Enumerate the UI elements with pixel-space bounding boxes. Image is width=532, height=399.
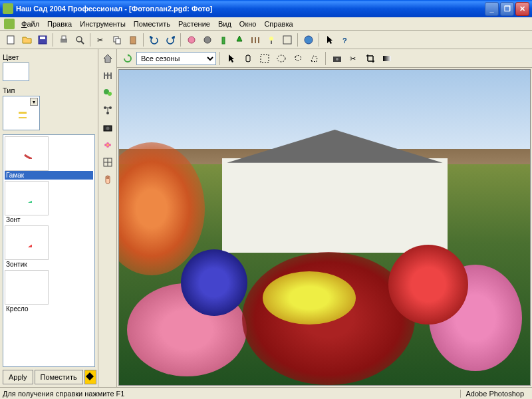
polygon-icon	[309, 53, 320, 64]
item-label: Зонт	[5, 215, 93, 224]
cut-tool[interactable]: ✂	[346, 51, 361, 66]
connections-icon	[102, 105, 113, 116]
fence-tool[interactable]	[100, 68, 116, 84]
copy-button[interactable]	[109, 32, 124, 47]
gradient-tool[interactable]	[379, 51, 394, 66]
season-dropdown[interactable]: Все сезоны	[136, 52, 216, 65]
svg-rect-10	[130, 37, 136, 44]
tool-button-2[interactable]	[200, 32, 215, 47]
tree-tool[interactable]	[100, 85, 116, 101]
select-tool[interactable]	[223, 51, 239, 66]
print-button[interactable]	[56, 32, 71, 47]
apply-button[interactable]: Apply	[3, 370, 33, 384]
svg-rect-64	[383, 56, 391, 61]
lasso-tool[interactable]	[290, 51, 305, 66]
polygon-tool[interactable]	[307, 51, 322, 66]
svg-point-11	[188, 37, 195, 43]
svg-rect-9	[116, 39, 120, 44]
marquee-tool[interactable]	[257, 51, 272, 66]
separator	[219, 52, 220, 65]
list-item[interactable]: Зонтик	[5, 225, 93, 269]
separator	[143, 33, 144, 47]
menu-file-label: айл	[27, 20, 39, 28]
chevron-down-icon[interactable]: ▾	[30, 98, 38, 106]
help-icon: ?	[340, 35, 351, 45]
item-label: Зонтик	[5, 260, 93, 269]
redo-icon	[165, 35, 176, 45]
pattern-tool[interactable]	[100, 154, 116, 170]
pointer-button[interactable]	[322, 32, 337, 47]
disk-icon	[37, 35, 48, 45]
svg-point-12	[204, 37, 211, 43]
color-swatch[interactable]	[3, 63, 29, 81]
crop-icon	[365, 53, 376, 64]
svg-text:✂: ✂	[97, 36, 103, 44]
open-button[interactable]	[19, 32, 34, 47]
object-list[interactable]: Гамак Зонт Зонтик Кресло	[3, 134, 95, 367]
maximize-button[interactable]: ❐	[500, 2, 514, 16]
diamond-icon	[85, 372, 96, 382]
scissors-icon: ✂	[96, 35, 106, 45]
hand-icon	[102, 174, 113, 185]
gear-icon	[202, 35, 213, 45]
list-item[interactable]: Гамак	[5, 136, 93, 180]
path-tool[interactable]	[100, 102, 116, 118]
list-item[interactable]: Кресло	[5, 270, 93, 313]
main-toolbar: ✂ ?	[0, 31, 532, 49]
item-thumb-chair	[5, 270, 49, 305]
menu-place[interactable]: Поместить	[130, 19, 174, 29]
minimize-button[interactable]: _	[485, 2, 499, 16]
tool-button-1[interactable]	[184, 32, 199, 47]
undo-icon	[149, 35, 160, 45]
printer-icon	[59, 35, 69, 45]
list-item[interactable]: Зонт	[5, 181, 93, 224]
close-button[interactable]: ✕	[515, 2, 529, 16]
camera-tool[interactable]	[100, 120, 116, 136]
tool-button-5[interactable]	[247, 32, 263, 47]
pan-tool[interactable]	[240, 51, 255, 66]
tool-button-7[interactable]	[279, 32, 295, 47]
menu-edit[interactable]: Правка	[43, 19, 76, 29]
house-tool[interactable]	[100, 51, 116, 66]
menu-help[interactable]: Справка	[260, 19, 297, 29]
fence-icon	[250, 35, 261, 45]
window-titlebar: Наш Сад 2004 Профессионал - [Фотоплан2.p…	[0, 0, 532, 17]
svg-point-17	[269, 37, 273, 41]
menu-view[interactable]: Вид	[214, 19, 235, 29]
main-area: Цвет Тип ▾ Гамак Зонт Зонтик Кресло	[0, 49, 532, 387]
paste-button[interactable]	[125, 32, 140, 47]
undo-button[interactable]	[146, 32, 162, 47]
cut-button[interactable]: ✂	[93, 32, 108, 47]
preview-button[interactable]	[72, 32, 87, 47]
camera-icon	[332, 53, 342, 64]
camera-view[interactable]	[329, 51, 344, 66]
bench-icon	[16, 108, 27, 118]
menu-file[interactable]: Файл	[17, 19, 43, 29]
menu-window[interactable]: Окно	[235, 19, 261, 29]
new-button[interactable]	[3, 32, 18, 47]
photo-canvas[interactable]	[118, 69, 531, 386]
save-button[interactable]	[35, 32, 50, 47]
pointer-icon	[325, 35, 335, 45]
redo-button[interactable]	[162, 32, 178, 47]
place-button[interactable]: Поместить	[35, 370, 83, 384]
menu-tools[interactable]: Инструменты	[76, 19, 130, 29]
svg-text:✂: ✂	[350, 55, 356, 63]
refresh-button[interactable]	[120, 51, 135, 66]
refresh-icon	[122, 53, 133, 64]
vertical-toolbar	[98, 49, 117, 387]
tool-button-8[interactable]	[301, 32, 316, 47]
help-button[interactable]: ?	[338, 32, 353, 47]
flower-tool[interactable]	[100, 137, 116, 153]
type-selector[interactable]: ▾	[3, 96, 40, 130]
help-tip-button[interactable]	[84, 370, 96, 384]
tool-button-4[interactable]	[231, 32, 247, 47]
flower-icon	[102, 140, 113, 150]
crop-tool[interactable]	[362, 51, 378, 66]
item-label: Кресло	[5, 305, 93, 313]
ellipse-tool[interactable]	[273, 51, 289, 66]
tool-button-3[interactable]	[215, 32, 231, 47]
menu-plant[interactable]: Растение	[174, 19, 214, 29]
tool-button-6[interactable]	[263, 32, 279, 47]
hand-tool[interactable]	[100, 172, 116, 188]
